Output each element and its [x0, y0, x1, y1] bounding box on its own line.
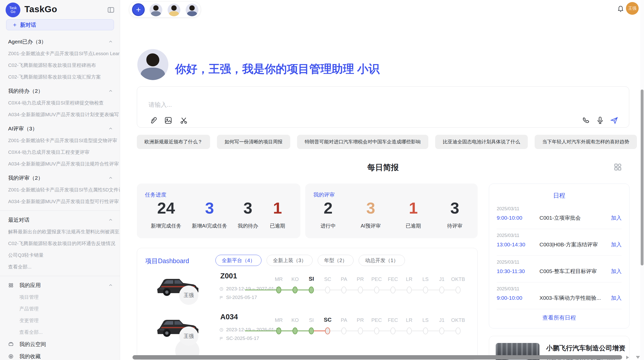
sidebar-section-header[interactable]: 最近对话: [0, 214, 120, 226]
dashboard-tab[interactable]: 全新平台（4）: [215, 255, 261, 266]
sidebar-item[interactable]: C0X4-动力总成开发项目工程变更评审: [0, 146, 120, 158]
scissors-icon[interactable]: [180, 116, 188, 125]
sidebar-section-header[interactable]: 我的评审（2）: [0, 172, 120, 184]
dashboard-tab[interactable]: 年型（2）: [318, 255, 354, 266]
sidebar-item[interactable]: A034-全新新能源MUV产品开发项目计划变更表编写: [0, 109, 120, 121]
agent-avatar-3[interactable]: [186, 4, 198, 16]
suggestion-chip[interactable]: 比亚迪全固态电池计划具体说了什么: [435, 135, 528, 149]
stat-label: 已逾期: [404, 222, 422, 229]
image-upload-icon[interactable]: [164, 116, 172, 125]
sidebar-section-header[interactable]: AI评审（3）: [0, 123, 120, 135]
vertical-scrollbar[interactable]: [640, 0, 644, 360]
milestone-node[interactable]: [276, 287, 281, 293]
sidebar-item[interactable]: C02-飞腾新能源轻客改款项目立项汇报方案: [0, 71, 120, 83]
view-all-schedule-link[interactable]: 查看所有日程: [489, 314, 629, 322]
voice-call-icon[interactable]: [582, 116, 590, 125]
milestone-node[interactable]: [407, 327, 412, 334]
chat-input-box[interactable]: 请输入...: [137, 86, 629, 128]
milestone-node[interactable]: [325, 327, 330, 334]
sidebar-item-cloud-space[interactable]: 我的云空间: [0, 338, 120, 350]
sidebar-item-medal[interactable]: 我的收藏: [0, 350, 120, 360]
sidebar-section-header[interactable]: 我的待办（2）: [0, 85, 120, 97]
sidebar: Task Go TaskGo + 新对话 Agent已办（3）Z001-全新燃油…: [0, 0, 120, 360]
schedule-join-link[interactable]: 加入: [611, 214, 622, 221]
scroll-right-arrow[interactable]: [626, 356, 629, 359]
dashboard-tab[interactable]: 全新上装（3）: [267, 255, 313, 266]
divider: [0, 211, 120, 211]
suggestion-chip[interactable]: 欧洲新规最近颁布了什么？: [137, 135, 210, 149]
add-agent-button[interactable]: +: [132, 3, 145, 16]
milestone-node[interactable]: [276, 327, 281, 334]
sidebar-item[interactable]: 公司Q3轻卡销量: [0, 249, 120, 261]
user-avatar[interactable]: 王强: [626, 2, 639, 15]
sidebar-item[interactable]: Z001-全新燃油轻卡产品开发项目SI造型提交物评审: [0, 135, 120, 146]
milestone-node[interactable]: [439, 327, 444, 334]
agent-avatar-2[interactable]: [168, 4, 180, 16]
milestone-node[interactable]: [309, 287, 314, 293]
sidebar-section-header[interactable]: Agent已办（3）: [0, 36, 120, 48]
suggestion-chip[interactable]: 当下年轻人对汽车外观有怎样的喜好趋势: [535, 135, 637, 149]
sidebar-item[interactable]: A034-全新新能源MUV产品开发项目造型可行性评审: [0, 196, 120, 207]
horizontal-scrollbar-thumb[interactable]: [133, 355, 622, 359]
milestone-node[interactable]: [325, 287, 330, 293]
sidebar-item[interactable]: A034-全新新能源MUV产品开发项目法规符合性评审: [0, 158, 120, 170]
suggestion-chip[interactable]: 如何写一份清晰的项目周报: [217, 135, 290, 149]
agent-avatar-1[interactable]: [150, 4, 162, 16]
cloud-space-icon: [8, 341, 14, 347]
sidebar-item[interactable]: Z001-全新燃油轻卡产品开发项目SI节点属性5D文件评审: [0, 184, 120, 196]
schedule-event-name: C005-整车工程目标评审: [539, 268, 611, 275]
sidebar-item[interactable]: C02-飞腾新能源轻客改款项目里程碑画布: [0, 59, 120, 71]
new-chat-button[interactable]: + 新对话: [6, 19, 114, 30]
sidebar-item[interactable]: C02-飞腾新能源轻客改款项目的闭环通告反馈情况: [0, 238, 120, 249]
sidebar-subitem[interactable]: 查看全部...: [0, 326, 120, 338]
milestone-node[interactable]: [423, 287, 428, 293]
milestone-node[interactable]: [292, 327, 298, 334]
microphone-icon[interactable]: [596, 116, 604, 125]
milestone-node[interactable]: [456, 287, 461, 293]
milestone-node[interactable]: [341, 287, 346, 293]
milestone-node[interactable]: [374, 287, 379, 293]
schedule-join-link[interactable]: 加入: [611, 268, 622, 275]
sidebar-item[interactable]: 解释最新出台的欧盟报废车法规再生塑料比例被调至15%...: [0, 226, 120, 238]
milestone-node[interactable]: [407, 287, 412, 293]
schedule-join-link[interactable]: 加入: [611, 294, 622, 302]
milestone-node[interactable]: [390, 327, 396, 334]
schedule-item[interactable]: 2025/03/11 9:00-10:00 X003-车辆动力学性能验... 加…: [497, 284, 622, 311]
sidebar-item-my-apps[interactable]: 我的应用: [0, 279, 120, 291]
project-dashboard-card: 项目Dashboard 全新平台（4）全新上装（3）年型（2）动总开发（1） 王…: [137, 248, 478, 360]
milestone-node[interactable]: [456, 327, 461, 334]
milestone-node[interactable]: [390, 287, 396, 293]
schedule-item[interactable]: 2025/03/11 10:30-11:30 C005-整车工程目标评审 加入: [497, 258, 622, 284]
milestone-label: SI: [302, 276, 320, 282]
stat-label: 新增AI完成任务: [192, 222, 227, 229]
milestone-node[interactable]: [439, 287, 444, 293]
milestone-label: PEC: [368, 317, 386, 323]
milestone-node[interactable]: [358, 287, 363, 293]
milestone-node[interactable]: [423, 327, 428, 334]
suggestion-chip[interactable]: 特朗普可能对进口汽车增税会对中国车企造成哪些影响: [297, 135, 428, 149]
divider: [497, 309, 622, 309]
milestone-node[interactable]: [374, 327, 379, 334]
schedule-join-link[interactable]: 加入: [611, 241, 622, 248]
attachment-icon[interactable]: [149, 116, 157, 125]
milestone-node[interactable]: [292, 287, 298, 293]
scroll-down-arrow[interactable]: [636, 356, 640, 359]
send-icon[interactable]: [610, 116, 618, 125]
dashboard-tab[interactable]: 动总开发（1）: [359, 255, 405, 266]
sidebar-collapse-icon[interactable]: [107, 6, 115, 14]
sidebar-item[interactable]: Z001-全新燃油皮卡产品开发项目SI节点Lesson Learn报告: [0, 48, 120, 59]
milestone-node[interactable]: [309, 327, 314, 334]
notification-bell-icon[interactable]: [617, 4, 624, 12]
milestone-node[interactable]: [358, 327, 363, 334]
sidebar-subitem[interactable]: 产品管理: [0, 303, 120, 315]
sidebar-subitem[interactable]: 变更管理: [0, 315, 120, 326]
layout-grid-icon[interactable]: [613, 163, 622, 171]
sidebar-item[interactable]: C0X4-动力总成开发项目SI里程碑提交物检查: [0, 97, 120, 109]
sidebar-item[interactable]: 查看全部...: [0, 261, 120, 273]
task-progress-title: 任务进度: [145, 191, 166, 198]
vertical-scrollbar-thumb[interactable]: [641, 89, 643, 265]
schedule-item[interactable]: 2025/03/11 13:00-14:30 C003|H0B-方案冻结评审 加…: [497, 231, 622, 258]
milestone-node[interactable]: [341, 327, 346, 334]
sidebar-subitem[interactable]: 项目管理: [0, 291, 120, 303]
schedule-item[interactable]: 2025/03/11 9:00-10:00 C001-立项审批会 加入: [497, 204, 622, 231]
